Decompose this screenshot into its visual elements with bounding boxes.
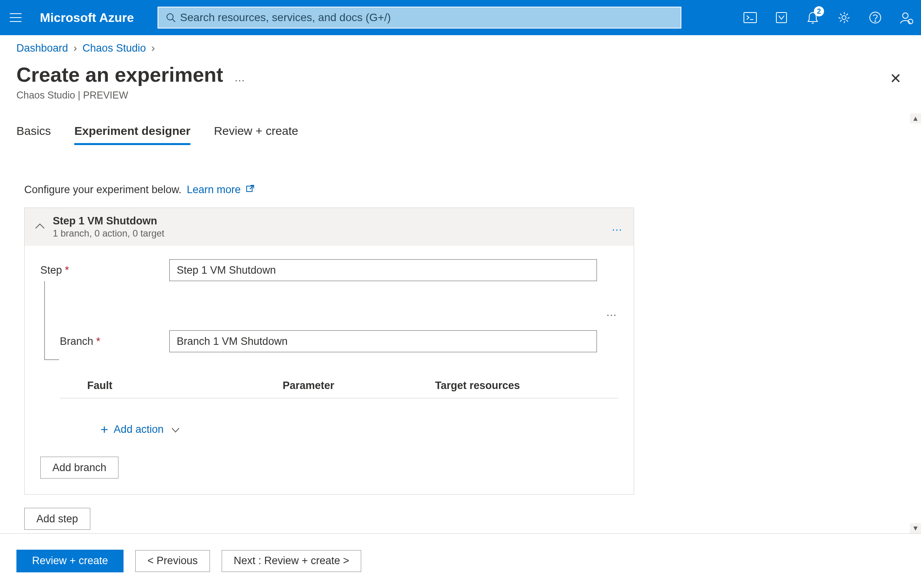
tab-experiment-designer[interactable]: Experiment designer bbox=[74, 124, 190, 145]
svg-rect-14 bbox=[247, 186, 252, 192]
settings-icon[interactable] bbox=[837, 10, 851, 25]
previous-button[interactable]: < Previous bbox=[135, 550, 210, 572]
step-input[interactable] bbox=[169, 259, 597, 281]
account-icon[interactable] bbox=[899, 10, 914, 25]
step-row: Step * bbox=[40, 259, 618, 281]
action-columns: Fault Parameter Target resources bbox=[60, 380, 618, 398]
chevron-down-icon bbox=[171, 423, 180, 436]
col-target: Target resources bbox=[435, 380, 552, 392]
brand-label[interactable]: Microsoft Azure bbox=[40, 11, 134, 25]
col-fault: Fault bbox=[87, 380, 283, 392]
page-more-icon[interactable]: … bbox=[234, 72, 246, 84]
breadcrumb-dashboard[interactable]: Dashboard bbox=[16, 42, 68, 54]
svg-rect-7 bbox=[776, 13, 787, 23]
svg-point-11 bbox=[875, 21, 876, 22]
content-area: Configure your experiment below. Learn m… bbox=[0, 156, 921, 533]
review-create-button[interactable]: Review + create bbox=[16, 550, 124, 572]
svg-point-12 bbox=[903, 13, 908, 18]
svg-point-3 bbox=[167, 14, 173, 20]
global-search[interactable]: Search resources, services, and docs (G+… bbox=[158, 7, 681, 29]
step-card: Step 1 VM Shutdown 1 branch, 0 action, 0… bbox=[24, 208, 634, 495]
svg-point-9 bbox=[842, 16, 846, 20]
step-title: Step 1 VM Shutdown bbox=[53, 215, 165, 227]
step-more-icon[interactable]: … bbox=[611, 221, 624, 233]
cloud-shell-icon[interactable] bbox=[743, 10, 758, 25]
breadcrumb-chaos-studio[interactable]: Chaos Studio bbox=[82, 42, 146, 54]
page-subtitle: Chaos Studio | PREVIEW bbox=[0, 86, 921, 101]
collapse-icon[interactable] bbox=[35, 223, 45, 231]
breadcrumb: Dashboard › Chaos Studio › bbox=[0, 35, 921, 54]
scroll-up-icon[interactable]: ▲ bbox=[910, 113, 921, 124]
add-action-button[interactable]: + Add action bbox=[100, 422, 618, 437]
svg-rect-5 bbox=[744, 13, 756, 23]
branch-more-icon[interactable]: … bbox=[606, 306, 618, 319]
tabs: Basics Experiment designer Review + crea… bbox=[16, 124, 905, 145]
filter-icon[interactable] bbox=[774, 10, 789, 25]
step-label: Step * bbox=[40, 264, 169, 276]
step-header: Step 1 VM Shutdown 1 branch, 0 action, 0… bbox=[25, 208, 634, 246]
col-parameter: Parameter bbox=[283, 380, 435, 392]
help-icon[interactable] bbox=[868, 10, 883, 25]
tab-review-create[interactable]: Review + create bbox=[214, 124, 298, 145]
add-branch-button[interactable]: Add branch bbox=[40, 457, 118, 479]
branch-label: Branch * bbox=[60, 335, 169, 348]
wizard-footer: Review + create < Previous Next : Review… bbox=[0, 533, 921, 588]
menu-icon[interactable] bbox=[7, 9, 24, 26]
step-body: Step * … Branch * bbox=[25, 246, 634, 494]
plus-icon: + bbox=[100, 422, 108, 437]
tab-basics[interactable]: Basics bbox=[16, 124, 51, 145]
learn-more-link[interactable]: Learn more bbox=[187, 184, 255, 195]
top-icon-bar: 2 bbox=[743, 10, 914, 25]
external-link-icon bbox=[246, 184, 254, 196]
svg-line-4 bbox=[172, 19, 175, 22]
scrollbar[interactable]: ▲ ▼ bbox=[910, 113, 921, 533]
chevron-right-icon: › bbox=[73, 42, 77, 54]
page-title: Create an experiment bbox=[16, 63, 223, 86]
search-icon bbox=[166, 13, 176, 22]
step-summary: 1 branch, 0 action, 0 target bbox=[53, 228, 165, 239]
notification-badge: 2 bbox=[814, 6, 824, 16]
scroll-down-icon[interactable]: ▼ bbox=[910, 523, 921, 533]
top-bar: Microsoft Azure Search resources, servic… bbox=[0, 0, 921, 35]
chevron-right-icon: › bbox=[151, 42, 155, 54]
search-placeholder: Search resources, services, and docs (G+… bbox=[180, 11, 391, 24]
tree-connector bbox=[40, 281, 60, 437]
page-header: Create an experiment … bbox=[0, 54, 921, 86]
branch-input[interactable] bbox=[169, 330, 597, 352]
notifications-icon[interactable]: 2 bbox=[805, 10, 820, 25]
next-button[interactable]: Next : Review + create > bbox=[222, 550, 362, 572]
add-step-button[interactable]: Add step bbox=[24, 508, 90, 530]
configure-text: Configure your experiment below. Learn m… bbox=[24, 184, 905, 196]
close-icon[interactable]: ✕ bbox=[890, 70, 901, 87]
